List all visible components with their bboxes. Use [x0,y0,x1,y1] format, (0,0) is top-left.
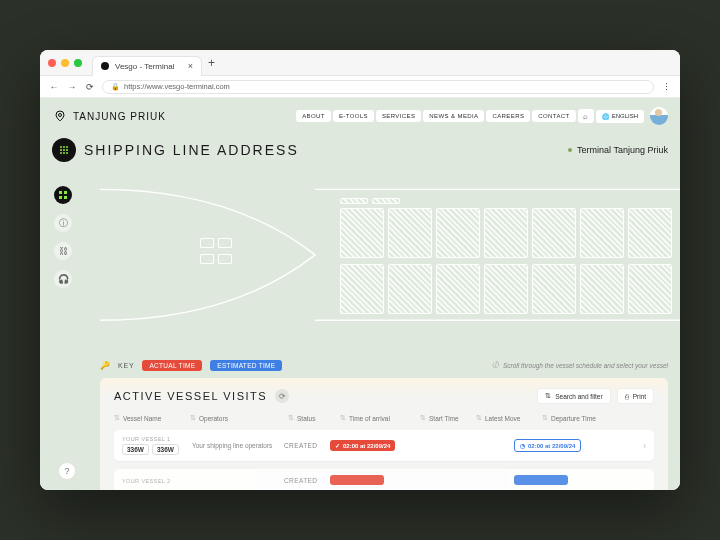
chevron-right-icon[interactable]: › [643,441,646,451]
svg-point-6 [66,149,68,151]
location-name: TANJUNG PRIUK [73,111,166,122]
key-icon: 🔑 [100,361,110,370]
nav-etools[interactable]: E-TOOLS [333,110,374,122]
col-start-time[interactable]: ⇅Start Time [420,414,470,422]
container-slot [484,208,528,258]
search-button[interactable]: ⌕ [578,109,594,123]
browser-menu-icon[interactable]: ⋮ [660,82,672,92]
nav-careers[interactable]: CAREERS [486,110,530,122]
info-icon: ⓘ [59,217,68,230]
svg-rect-10 [59,191,62,194]
container-slot [532,264,576,314]
cell-status: CREATED [284,477,330,484]
side-rail: ⓘ ⛓ 🎧 [54,186,72,288]
nav-news[interactable]: NEWS & MEDIA [423,110,484,122]
headset-icon: 🎧 [58,274,69,284]
cell-status: CREATED [284,442,330,449]
container-slot [340,264,384,314]
rail-link-button[interactable]: ⛓ [54,242,72,260]
svg-point-9 [66,152,68,154]
sort-icon: ⇅ [288,414,294,422]
new-tab-button[interactable]: + [208,56,215,70]
sort-icon: ⇅ [114,414,120,422]
key-label: KEY [118,362,134,369]
table-row[interactable]: YOUR VESSEL 2 CREATED [114,469,654,490]
container-slot [388,264,432,314]
col-status[interactable]: ⇅Status [288,414,334,422]
legend-estimated: ESTIMATED TIME [210,360,282,371]
col-time-of-arrival[interactable]: ⇅Time of arrival [340,414,414,422]
print-icon: ⎙ [625,393,629,400]
svg-point-7 [60,152,62,154]
container-slot [532,208,576,258]
location-pin-icon [52,108,68,124]
user-avatar[interactable] [650,107,668,125]
page-body: TANJUNG PRIUK ABOUT E-TOOLS SERVICES NEW… [40,98,680,490]
terminal-tag: Terminal Tanjung Priuk [568,145,668,155]
container-slot [340,198,368,204]
address-text: https://www.vesgo-terminal.com [124,82,230,91]
cell-vessel: YOUR VESSEL 1 336W 336W [122,436,192,455]
print-button[interactable]: ⎙Print [617,388,654,404]
tab-title: Vesgo - Terminal [115,62,174,71]
svg-point-8 [63,152,65,154]
clock-icon: ◔ [520,442,525,449]
page-title-row: SHIPPING LINE ADDRESS Terminal Tanjung P… [52,138,668,162]
nav-contact[interactable]: CONTACT [532,110,575,122]
container-slot [200,254,214,264]
container-slot [436,264,480,314]
nav-about[interactable]: ABOUT [296,110,331,122]
container-slot [628,264,672,314]
nav-back-icon[interactable]: ← [48,82,60,92]
svg-point-5 [63,149,65,151]
filter-icon: ⇅ [545,392,551,400]
tab-close-icon[interactable]: × [188,61,193,71]
minimize-window-icon[interactable] [61,59,69,67]
col-vessel-name[interactable]: ⇅Vessel Name [114,414,184,422]
vessel-code-chip: 336W [122,444,149,455]
search-icon: ⌕ [583,112,588,121]
cell-toa [330,475,404,486]
col-latest-move[interactable]: ⇅Latest Move [476,414,536,422]
rail-grid-button[interactable] [54,186,72,204]
globe-icon: 🌐 [602,113,609,120]
sort-icon: ⇅ [476,414,482,422]
nav-services[interactable]: SERVICES [376,110,421,122]
table-header: ⇅Vessel Name ⇅Operators ⇅Status ⇅Time of… [114,414,654,422]
sort-icon: ⇅ [190,414,196,422]
svg-point-3 [66,146,68,148]
svg-point-4 [60,149,62,151]
close-window-icon[interactable] [48,59,56,67]
svg-point-1 [60,146,62,148]
vessel-label: YOUR VESSEL 1 [122,436,192,442]
nav-forward-icon[interactable]: → [66,82,78,92]
col-operators[interactable]: ⇅Operators [190,414,282,422]
site-header: TANJUNG PRIUK ABOUT E-TOOLS SERVICES NEW… [52,107,668,125]
panel-title: ACTIVE VESSEL VISITS [114,390,267,402]
link-icon: ⛓ [59,246,68,256]
browser-tab[interactable]: Vesgo - Terminal × [92,56,202,76]
container-slot [200,238,214,248]
yard-map[interactable] [100,180,680,340]
cell-vessel: YOUR VESSEL 2 [122,478,192,484]
rail-support-button[interactable]: 🎧 [54,270,72,288]
panel-header: ACTIVE VESSEL VISITS ⟳ ⇅Search and filte… [114,388,654,404]
container-slot [218,254,232,264]
brand-badge [52,138,76,162]
rail-info-button[interactable]: ⓘ [54,214,72,232]
col-departure-time[interactable]: ⇅Departure Time [542,414,618,422]
lock-icon: 🔒 [111,83,120,91]
address-field[interactable]: 🔒 https://www.vesgo-terminal.com [102,80,654,94]
search-filter-button[interactable]: ⇅Search and filter [537,388,610,404]
maximize-window-icon[interactable] [74,59,82,67]
refresh-button[interactable]: ⟳ [275,389,289,403]
language-label: ENGLISH [612,113,638,119]
refresh-icon: ⟳ [279,392,286,401]
window-controls [48,59,82,67]
language-switcher[interactable]: 🌐 ENGLISH [596,110,644,123]
table-row[interactable]: YOUR VESSEL 1 336W 336W Your shipping li… [114,430,654,461]
help-button[interactable]: ? [58,462,76,480]
nav-reload-icon[interactable]: ⟳ [84,82,96,92]
svg-point-2 [63,146,65,148]
sort-icon: ⇅ [420,414,426,422]
